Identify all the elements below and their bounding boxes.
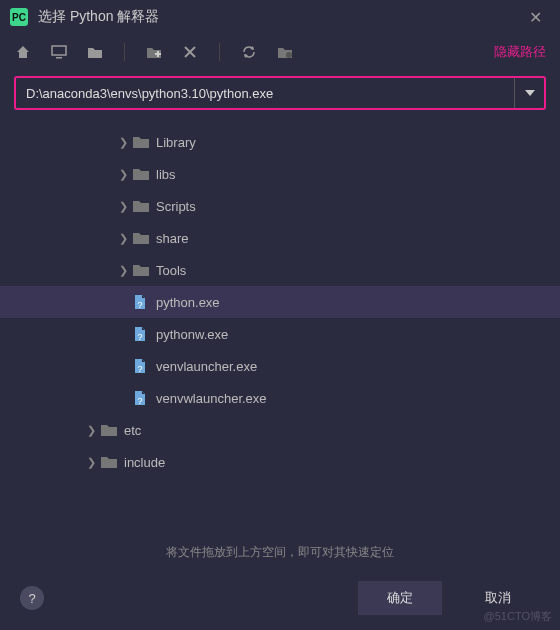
hide-path-link[interactable]: 隐藏路径 [494, 43, 546, 61]
titlebar: PC 选择 Python 解释器 ✕ [0, 0, 560, 34]
folder-icon [132, 134, 150, 150]
svg-text:?: ? [137, 364, 142, 374]
folder-icon [100, 422, 118, 438]
drag-hint: 将文件拖放到上方空间，即可对其快速定位 [0, 534, 560, 573]
file-icon: ? [132, 294, 150, 310]
tree-item-label: venvlauncher.exe [156, 359, 257, 374]
file-tree[interactable]: ❯Library❯libs❯Scripts❯share❯Tools❯?pytho… [0, 120, 560, 534]
ok-button[interactable]: 确定 [358, 581, 442, 615]
tree-folder[interactable]: ❯include [0, 446, 560, 478]
desktop-icon[interactable] [50, 43, 68, 61]
toolbar: 隐藏路径 [0, 34, 560, 70]
chevron-right-icon[interactable]: ❯ [116, 200, 130, 213]
path-dropdown-icon[interactable] [514, 78, 544, 108]
file-icon: ? [132, 390, 150, 406]
new-folder-icon[interactable] [145, 43, 163, 61]
tree-file[interactable]: ❯?venvwlauncher.exe [0, 382, 560, 414]
folder-icon [132, 230, 150, 246]
tree-item-label: Scripts [156, 199, 196, 214]
home-icon[interactable] [14, 43, 32, 61]
close-icon[interactable]: ✕ [521, 4, 550, 31]
tree-file[interactable]: ❯?python.exe [0, 286, 560, 318]
tree-item-label: libs [156, 167, 176, 182]
path-field [14, 76, 546, 110]
chevron-right-icon[interactable]: ❯ [116, 264, 130, 277]
delete-icon[interactable] [181, 43, 199, 61]
tree-item-label: etc [124, 423, 141, 438]
file-icon: ? [132, 326, 150, 342]
svg-rect-0 [52, 46, 66, 55]
svg-text:?: ? [137, 332, 142, 342]
tree-item-label: venvwlauncher.exe [156, 391, 267, 406]
tree-folder[interactable]: ❯libs [0, 158, 560, 190]
tree-item-label: Tools [156, 263, 186, 278]
watermark: @51CTO博客 [484, 609, 552, 624]
chevron-right-icon[interactable]: ❯ [116, 232, 130, 245]
tree-file[interactable]: ❯?venvlauncher.exe [0, 350, 560, 382]
project-icon[interactable] [86, 43, 104, 61]
file-icon: ? [132, 358, 150, 374]
tree-file[interactable]: ❯?pythonw.exe [0, 318, 560, 350]
chevron-right-icon[interactable]: ❯ [84, 456, 98, 469]
help-button[interactable]: ? [20, 586, 44, 610]
svg-rect-1 [56, 57, 62, 59]
tree-item-label: Library [156, 135, 196, 150]
tree-folder[interactable]: ❯Scripts [0, 190, 560, 222]
folder-icon [100, 454, 118, 470]
toolbar-separator [219, 43, 220, 61]
tree-item-label: share [156, 231, 189, 246]
path-row [0, 70, 560, 120]
path-input[interactable] [16, 86, 514, 101]
svg-point-2 [286, 52, 292, 58]
tree-folder[interactable]: ❯share [0, 222, 560, 254]
tree-folder[interactable]: ❯etc [0, 414, 560, 446]
tree-folder[interactable]: ❯Tools [0, 254, 560, 286]
toolbar-separator [124, 43, 125, 61]
svg-text:?: ? [137, 396, 142, 406]
app-icon: PC [10, 8, 28, 26]
show-hidden-icon[interactable] [276, 43, 294, 61]
window-title: 选择 Python 解释器 [38, 8, 521, 26]
tree-folder[interactable]: ❯Library [0, 126, 560, 158]
footer: ? 确定 取消 [0, 573, 560, 629]
tree-item-label: python.exe [156, 295, 220, 310]
svg-text:?: ? [137, 300, 142, 310]
chevron-right-icon[interactable]: ❯ [84, 424, 98, 437]
chevron-right-icon[interactable]: ❯ [116, 136, 130, 149]
folder-icon [132, 166, 150, 182]
tree-item-label: pythonw.exe [156, 327, 228, 342]
folder-icon [132, 262, 150, 278]
folder-icon [132, 198, 150, 214]
refresh-icon[interactable] [240, 43, 258, 61]
chevron-right-icon[interactable]: ❯ [116, 168, 130, 181]
tree-item-label: include [124, 455, 165, 470]
